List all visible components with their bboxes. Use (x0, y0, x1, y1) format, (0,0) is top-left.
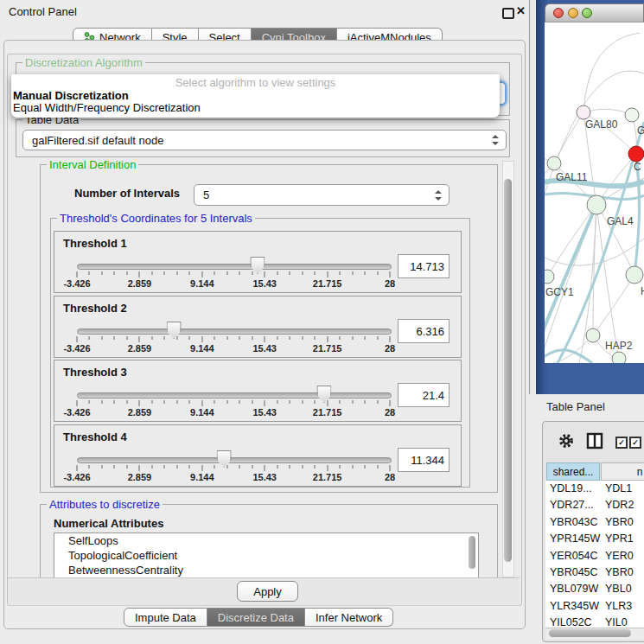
slider-track[interactable] (77, 392, 392, 399)
slider-track[interactable] (77, 328, 392, 335)
table-row[interactable]: YBL079WYBL0 (545, 581, 644, 597)
table-data-combobox[interactable]: galFiltered.sif default node (22, 130, 507, 150)
slider-tick (226, 336, 227, 340)
close-icon[interactable]: ✕ (516, 4, 526, 17)
checkbox-icon[interactable]: ✓ (629, 437, 641, 449)
threshold-value-field[interactable] (398, 319, 450, 343)
threshold-label: Threshold 4 (63, 430, 127, 443)
cell-name[interactable]: YER0 (605, 550, 634, 562)
gear-icon[interactable] (558, 433, 574, 449)
table-row[interactable]: YBR045CYBR0 (545, 564, 644, 581)
close-traffic-light-icon[interactable] (553, 8, 564, 18)
cell-name[interactable]: YPR1 (605, 532, 634, 545)
tab-discretize-data[interactable]: Discretize Data (207, 608, 305, 627)
tab-infer-network[interactable]: Infer Network (305, 608, 393, 627)
slider-tick (327, 400, 328, 406)
network-node-hap2[interactable] (586, 328, 600, 342)
zoom-traffic-light-icon[interactable] (582, 8, 592, 18)
tab-impute-data[interactable]: Impute Data (124, 608, 207, 627)
apply-button[interactable]: Apply (237, 581, 298, 602)
table-row[interactable]: YER054CYER0 (545, 548, 644, 564)
table-row[interactable]: YBR043CYBR0 (545, 514, 644, 531)
network-node-selected[interactable] (628, 146, 644, 162)
slider-tick (265, 400, 265, 406)
network-node-gal80[interactable] (577, 105, 590, 119)
table-row[interactable]: YLR345WYLR3 (545, 598, 644, 615)
cell-name[interactable]: YDL1 (605, 482, 632, 494)
threshold-value-field[interactable] (398, 448, 450, 472)
table-hscrollbar-thumb[interactable] (549, 629, 631, 637)
node-table[interactable]: YDL19...YDL1YDR27...YDR2YBR043CYBR0YPR14… (545, 481, 644, 628)
column-header-name[interactable]: n (601, 462, 644, 481)
network-node-gcy1[interactable] (545, 270, 554, 284)
float-window-icon[interactable] (502, 8, 514, 19)
cell-name[interactable]: YLR3 (605, 600, 632, 612)
numerical-attributes-list[interactable]: SelfLoopsTopologicalCoefficientBetweenne… (54, 532, 479, 579)
cell-shared-name[interactable]: YER054C (550, 550, 598, 562)
attribute-list-item[interactable]: SelfLoops (54, 533, 478, 548)
threshold-slider[interactable]: -3.4262.8599.14415.4321.71528 (77, 254, 390, 289)
cell-shared-name[interactable]: YBR043C (550, 516, 598, 528)
minimize-traffic-light-icon[interactable] (568, 8, 578, 18)
network-node-h[interactable] (626, 266, 643, 284)
cell-name[interactable]: YBR0 (605, 566, 634, 578)
slider-tick (290, 465, 290, 469)
table-row[interactable]: YIL052CYIL0 (545, 615, 644, 628)
cell-name[interactable]: YDR2 (605, 499, 634, 511)
slider-tick-labels: -3.4262.8599.14415.4321.71528 (77, 343, 390, 354)
cell-shared-name[interactable]: YDR27... (550, 499, 594, 511)
slider-track[interactable] (77, 264, 392, 270)
slider-tick-label: 2.859 (128, 343, 152, 354)
network-node[interactable] (625, 108, 639, 122)
split-view-icon[interactable] (586, 432, 603, 450)
cell-name[interactable]: YBR0 (605, 516, 634, 528)
cell-shared-name[interactable]: YIL052C (550, 616, 592, 628)
slider-track[interactable] (77, 457, 392, 463)
checkbox-icon[interactable]: ✓ (615, 437, 628, 449)
algorithm-option-manual[interactable]: Manual Discretization (13, 89, 497, 102)
threshold-value-field[interactable] (398, 254, 450, 278)
slider-tick (126, 400, 127, 404)
threshold-value-field[interactable] (398, 383, 450, 407)
slider-tick (226, 465, 227, 469)
network-node-label: GAL4 (607, 215, 634, 227)
slider-tick (164, 465, 165, 469)
cell-name[interactable]: YIL0 (605, 616, 628, 628)
threshold-slider[interactable]: -3.4262.8599.14415.4321.71528 (77, 383, 390, 418)
cell-shared-name[interactable]: YBR045C (550, 566, 598, 578)
number-of-intervals-combobox[interactable]: 5 (194, 184, 450, 206)
network-nodes[interactable] (545, 105, 644, 363)
slider-tick-label: 9.144 (190, 472, 214, 482)
cell-name[interactable]: YBL0 (605, 583, 632, 595)
attributes-list-scrollbar[interactable] (469, 536, 475, 569)
network-node[interactable] (612, 352, 626, 363)
slider-tick (164, 400, 165, 404)
slider-tick (327, 465, 328, 471)
slider-tick (365, 271, 366, 275)
network-node-gal4[interactable] (587, 195, 606, 214)
attribute-list-item[interactable]: BetweennessCentrality (54, 563, 478, 577)
algorithm-option-equal-width[interactable]: Equal Width/Frequency Discretization (13, 101, 497, 114)
table-row[interactable]: YPR145WYPR1 (545, 531, 644, 547)
network-node-gal11[interactable] (547, 156, 561, 170)
slider-tick-label: 15.43 (252, 407, 277, 418)
threshold-slider[interactable]: -3.4262.8599.14415.4321.71528 (77, 448, 390, 482)
table-row[interactable]: YDL19...YDL1 (545, 481, 644, 497)
cell-shared-name[interactable]: YPR145W (550, 532, 600, 545)
slider-tick (214, 465, 215, 469)
slider-tick (164, 271, 165, 275)
threshold-slider[interactable]: -3.4262.8599.14415.4321.71528 (77, 319, 390, 354)
slider-tick (101, 400, 102, 404)
column-header-shared-name[interactable]: shared... (546, 462, 600, 481)
slider-tick (327, 336, 328, 342)
network-view[interactable]: GAL80GACGAL11GAL4GCY1HHAP2 (545, 22, 644, 363)
slider-tick (114, 271, 115, 275)
attribute-list-item[interactable]: TopologicalCoefficient (54, 548, 478, 563)
slider-tick (139, 271, 140, 277)
cell-shared-name[interactable]: YDL19... (550, 482, 592, 494)
cell-shared-name[interactable]: YLR345W (550, 600, 599, 612)
slider-tick (189, 336, 190, 340)
table-row[interactable]: YDR27...YDR2 (545, 497, 644, 513)
panel-scrollbar-thumb[interactable] (504, 179, 512, 562)
cell-shared-name[interactable]: YBL079W (550, 583, 598, 595)
